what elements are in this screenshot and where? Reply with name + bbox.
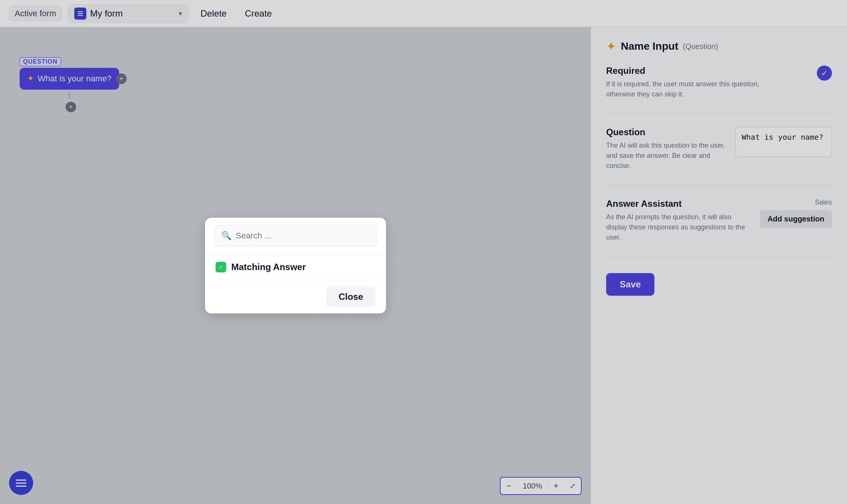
form-name-container[interactable]: My form ▾ — [68, 4, 188, 23]
expand-button[interactable]: ⤢ — [564, 478, 581, 494]
required-checkbox[interactable]: ✓ — [817, 66, 832, 81]
question-input[interactable]: What is your name? — [735, 127, 832, 157]
answer-assistant-section: Answer Assistant As the AI prompts the q… — [606, 199, 832, 257]
required-content: Required If it is required, the user mus… — [606, 66, 764, 99]
required-header: Required If it is required, the user mus… — [606, 66, 832, 99]
create-button[interactable]: Create — [239, 5, 278, 22]
modal-search-box[interactable]: 🔍 — [214, 225, 377, 246]
main-content: QUESTION ✦ What is your name? + + − 100%… — [0, 27, 847, 504]
zoom-in-button[interactable]: + — [548, 478, 564, 494]
question-content: Question The AI will ask this question t… — [606, 127, 729, 171]
required-desc: If it is required, the user must answer … — [606, 79, 764, 99]
menu-line-2 — [16, 483, 26, 484]
chevron-down-icon[interactable]: ▾ — [179, 9, 182, 18]
top-bar: Active form My form ▾ Delete Create — [0, 0, 847, 27]
answer-assistant-content: Answer Assistant As the AI prompts the q… — [606, 199, 832, 243]
panel-title-badge: (Question) — [683, 42, 718, 51]
svg-rect-0 — [78, 11, 83, 12]
menu-line-3 — [16, 486, 26, 487]
question-section: Question The AI will ask this question t… — [606, 127, 832, 185]
answer-assistant-title: Answer Assistant — [606, 199, 752, 209]
modal-search-area: 🔍 — [205, 218, 386, 254]
question-header: Question The AI will ask this question t… — [606, 127, 832, 171]
question-node[interactable]: QUESTION ✦ What is your name? + + — [20, 57, 119, 112]
search-input[interactable] — [236, 231, 370, 241]
canvas-area[interactable]: QUESTION ✦ What is your name? + + − 100%… — [0, 27, 591, 504]
add-suggestion-button[interactable]: Add suggestion — [760, 210, 832, 228]
add-bottom-button[interactable]: + — [66, 102, 76, 112]
answer-assistant-desc: As the AI prompts the question, it will … — [606, 212, 752, 243]
delete-button[interactable]: Delete — [195, 5, 233, 22]
panel-title: ✦ Name Input (Question) — [606, 39, 832, 53]
add-right-button[interactable]: + — [116, 73, 127, 84]
check-icon: ✓ — [216, 262, 226, 272]
zoom-controls: − 100% + ⤢ — [500, 477, 582, 495]
connector-line — [69, 91, 70, 99]
modal-item-text: Matching Answer — [231, 262, 306, 272]
close-button[interactable]: Close — [326, 286, 375, 307]
required-title: Required — [606, 66, 764, 76]
question-label: QUESTION — [20, 57, 61, 66]
panel-title-text: Name Input — [621, 40, 678, 52]
required-section: Required If it is required, the user mus… — [606, 66, 832, 113]
modal-footer: Close — [205, 280, 386, 313]
sparkle-icon: ✦ — [27, 74, 34, 84]
sales-tag: Sales — [815, 199, 832, 206]
right-panel: ✦ Name Input (Question) Required If it i… — [591, 27, 847, 504]
question-card-text: What is your name? — [38, 74, 112, 84]
answer-assistant-left: Answer Assistant As the AI prompts the q… — [606, 199, 752, 243]
menu-line-1 — [16, 480, 26, 481]
svg-rect-2 — [78, 15, 83, 16]
search-modal: 🔍 ✓ Matching Answer Close — [205, 218, 386, 313]
save-button[interactable]: Save — [606, 273, 654, 296]
active-form-badge: Active form — [9, 6, 62, 21]
svg-rect-1 — [78, 13, 83, 14]
zoom-out-button[interactable]: − — [501, 478, 517, 494]
form-name-text: My form — [90, 8, 175, 19]
form-icon — [74, 8, 86, 20]
matching-answer-item[interactable]: ✓ Matching Answer — [205, 254, 386, 280]
zoom-value: 100% — [517, 482, 548, 490]
menu-button[interactable] — [9, 471, 33, 495]
question-title: Question — [606, 127, 729, 137]
question-card[interactable]: ✦ What is your name? + — [20, 68, 119, 90]
question-desc: The AI will ask this question to the use… — [606, 141, 729, 171]
panel-sparkle-icon: ✦ — [606, 39, 616, 53]
search-icon: 🔍 — [221, 231, 231, 241]
answer-assistant-right: Sales Add suggestion — [760, 199, 832, 228]
